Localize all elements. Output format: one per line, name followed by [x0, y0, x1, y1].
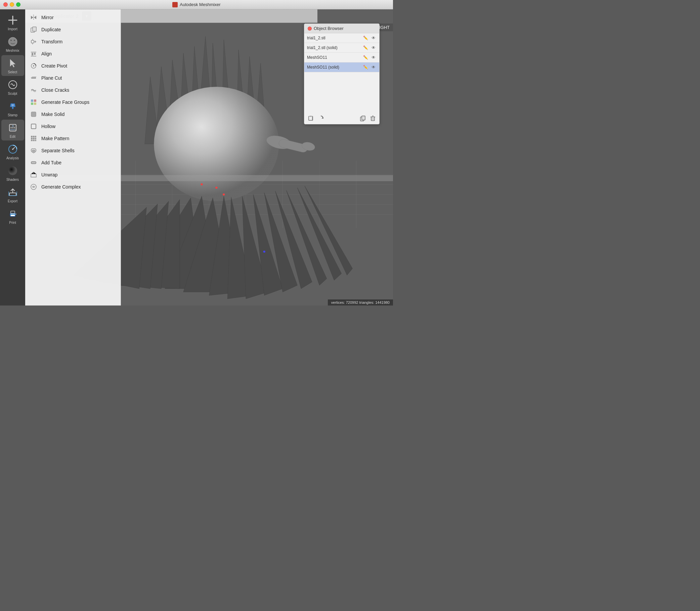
menu-item-make-pattern[interactable]: Make Pattern	[25, 132, 121, 145]
menu-item-label-generate-face-groups: Generate Face Groups	[41, 100, 89, 105]
object-name-3: MeshSO11	[307, 55, 361, 60]
object-browser-row-4[interactable]: MeshSO11 (solid) ✏️ 👁	[304, 62, 379, 72]
object-row-2-actions: ✏️ 👁	[362, 45, 377, 51]
sphere-shader-icon	[7, 165, 19, 177]
object-visibility-icon-3[interactable]: 👁	[370, 55, 377, 60]
object-browser-row-3[interactable]: MeshSO11 ✏️ 👁	[304, 53, 379, 62]
align-icon	[30, 50, 37, 58]
plane-cut-icon	[30, 74, 37, 82]
menu-item-hollow[interactable]: Hollow	[25, 120, 121, 132]
sidebar-item-select[interactable]: Select	[1, 55, 24, 76]
cursor-icon	[7, 57, 19, 69]
svg-point-15	[9, 166, 17, 175]
cube-icon[interactable]	[307, 115, 315, 122]
menu-item-create-pivot[interactable]: Create Pivot	[25, 60, 121, 72]
svg-rect-16	[10, 193, 16, 196]
object-browser-footer-left-actions	[307, 115, 324, 122]
object-browser-footer-right-actions	[359, 115, 377, 122]
menu-item-align[interactable]: Align	[25, 48, 121, 60]
object-edit-icon-4[interactable]: ✏️	[362, 64, 368, 70]
main-layout: Import Meshmix Select	[0, 10, 393, 306]
viewport[interactable]: Mirror Duplicate	[25, 10, 393, 306]
svg-point-66	[200, 183, 203, 185]
menu-item-generate-face-groups[interactable]: Generate Face Groups	[25, 96, 121, 108]
object-visibility-icon-1[interactable]: 👁	[370, 35, 377, 41]
svg-rect-92	[31, 124, 36, 129]
object-browser-row-2[interactable]: trial1_2.stl (solid) ✏️ 👁	[304, 43, 379, 53]
generate-complex-icon	[30, 183, 37, 191]
edit-menu: Mirror Duplicate	[25, 10, 121, 306]
menu-item-close-cracks[interactable]: Close Cracks	[25, 84, 121, 96]
object-browser-close-button[interactable]	[308, 27, 312, 31]
menu-item-generate-complex[interactable]: Generate Complex	[25, 181, 121, 193]
sidebar-label-shaders: Shaders	[6, 178, 19, 181]
sidebar-item-shaders[interactable]: Shaders	[1, 163, 24, 183]
duplicate-icon	[30, 26, 37, 33]
svg-point-4	[14, 40, 15, 41]
sidebar-label-edit: Edit	[10, 135, 15, 138]
svg-rect-95	[35, 136, 36, 137]
svg-rect-89	[31, 103, 33, 105]
sidebar-item-sculpt[interactable]: Sculpt	[1, 77, 24, 98]
sidebar-item-print[interactable]: Print	[1, 206, 24, 226]
menu-item-label-separate-shells: Separate Shells	[41, 148, 75, 153]
app-title: Autodesk Meshmixer	[180, 2, 220, 7]
separate-shells-icon	[30, 147, 37, 154]
object-row-4-actions: ✏️ 👁	[362, 64, 377, 70]
sidebar-item-import[interactable]: Import	[1, 12, 24, 33]
menu-item-label-duplicate: Duplicate	[41, 27, 61, 32]
object-visibility-icon-4[interactable]: 👁	[370, 64, 377, 70]
object-edit-icon-2[interactable]: ✏️	[362, 45, 368, 51]
svg-rect-90	[34, 103, 36, 105]
refresh-icon[interactable]	[317, 115, 324, 122]
object-name-2: trial1_2.stl (solid)	[307, 45, 361, 50]
sidebar-item-export[interactable]: Export	[1, 184, 24, 205]
menu-item-make-solid[interactable]: Make Solid	[25, 108, 121, 120]
close-cracks-icon	[30, 86, 37, 94]
analysis-icon	[7, 143, 19, 155]
mirror-icon	[30, 14, 37, 21]
close-button[interactable]	[3, 2, 8, 7]
sidebar-label-import: Import	[8, 27, 17, 31]
sidebar-label-print: Print	[9, 221, 16, 224]
menu-item-mirror[interactable]: Mirror	[25, 12, 121, 24]
sidebar-item-stamp[interactable]: Stamp	[1, 98, 24, 119]
maximize-button[interactable]	[16, 2, 20, 7]
menu-item-separate-shells[interactable]: Separate Shells	[25, 145, 121, 157]
menu-item-plane-cut[interactable]: Plane Cut	[25, 72, 121, 84]
svg-point-9	[11, 127, 12, 129]
menu-item-label-make-pattern: Make Pattern	[41, 136, 69, 141]
sidebar-item-analysis[interactable]: Analysis	[1, 141, 24, 162]
svg-point-67	[215, 187, 218, 189]
svg-rect-80	[32, 53, 33, 56]
menu-item-label-create-pivot: Create Pivot	[41, 63, 67, 69]
menu-item-label-unwrap: Unwrap	[41, 172, 58, 177]
object-name-4: MeshSO11 (solid)	[307, 65, 361, 70]
svg-rect-103	[32, 162, 35, 163]
unwrap-icon	[30, 171, 37, 178]
sidebar-item-meshmix[interactable]: Meshmix	[1, 34, 24, 55]
svg-rect-96	[31, 138, 33, 139]
sidebar-item-edit[interactable]: Edit	[1, 120, 24, 140]
menu-item-add-tube[interactable]: Add Tube	[25, 157, 121, 169]
object-edit-icon-1[interactable]: ✏️	[362, 35, 368, 41]
menu-item-unwrap[interactable]: Unwrap	[25, 169, 121, 181]
menu-item-label-close-cracks: Close Cracks	[41, 87, 69, 93]
object-browser-row-1[interactable]: trial1_2.stl ✏️ 👁	[304, 33, 379, 43]
svg-rect-98	[35, 138, 36, 139]
svg-point-84	[33, 65, 34, 66]
menu-item-transform[interactable]: Transform	[25, 35, 121, 48]
svg-point-10	[12, 127, 13, 129]
menu-item-duplicate[interactable]: Duplicate	[25, 24, 121, 35]
copy-icon[interactable]	[359, 115, 366, 122]
svg-rect-87	[31, 100, 33, 102]
object-visibility-icon-2[interactable]: 👁	[370, 45, 377, 51]
trash-icon[interactable]	[369, 115, 377, 122]
face-icon	[7, 35, 19, 48]
svg-marker-5	[10, 59, 15, 67]
app-title-icon	[172, 2, 178, 8]
minimize-button[interactable]	[10, 2, 14, 7]
sidebar-label-select: Select	[8, 70, 17, 74]
svg-rect-91	[31, 112, 36, 117]
object-edit-icon-3[interactable]: ✏️	[362, 55, 368, 60]
